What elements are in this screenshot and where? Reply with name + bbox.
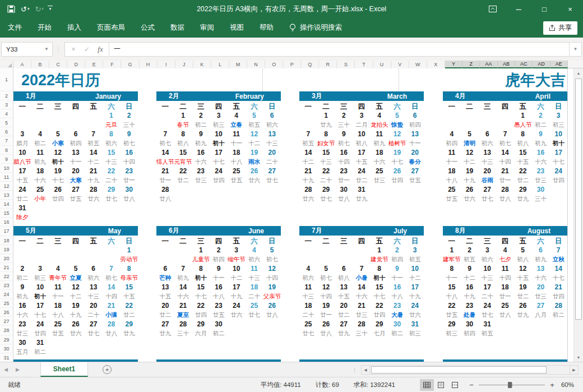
calendar-lunar[interactable]: 廿四 bbox=[549, 292, 567, 302]
weekday-header[interactable]: 一 bbox=[13, 236, 31, 246]
calendar-lunar[interactable] bbox=[461, 121, 479, 130]
calendar-day[interactable]: 2 bbox=[192, 111, 210, 121]
row-header-11[interactable]: 11 bbox=[0, 173, 13, 182]
weekday-header[interactable]: 二 bbox=[317, 101, 335, 111]
calendar-lunar[interactable]: 廿五 bbox=[443, 195, 461, 204]
calendar-day[interactable]: 25 bbox=[371, 167, 388, 176]
row-header-12[interactable]: 12 bbox=[0, 182, 13, 191]
column-header-X[interactable]: X bbox=[427, 61, 445, 68]
calendar-lunar[interactable]: 龙抬头 bbox=[371, 121, 388, 130]
weekday-header[interactable]: 六 bbox=[246, 236, 263, 246]
weekday-header[interactable]: 二 bbox=[31, 101, 49, 111]
calendar-day[interactable] bbox=[85, 204, 103, 213]
calendar-day[interactable]: 14 bbox=[496, 148, 514, 158]
calendar-lunar[interactable]: 廿八 bbox=[496, 311, 514, 320]
weekday-header[interactable]: 五 bbox=[514, 236, 532, 246]
calendar-lunar[interactable]: 廿九 bbox=[514, 311, 532, 320]
calendar-day[interactable]: 27 bbox=[156, 320, 174, 329]
calendar-day[interactable]: 11 bbox=[31, 148, 49, 158]
ribbon-tab-视图[interactable]: 视图 bbox=[222, 18, 252, 38]
calendar-day[interactable] bbox=[496, 111, 514, 121]
calendar-lunar[interactable]: 初二 bbox=[31, 139, 49, 149]
calendar-lunar[interactable] bbox=[103, 348, 121, 357]
calendar-day[interactable]: 20 bbox=[478, 167, 496, 176]
column-header-L[interactable]: L bbox=[211, 61, 229, 68]
calendar-day[interactable]: 17 bbox=[13, 167, 31, 176]
weekday-header[interactable]: 日 bbox=[406, 101, 424, 111]
calendar-day[interactable]: 17 bbox=[31, 301, 49, 311]
calendar-day[interactable]: 14 bbox=[103, 283, 121, 292]
weekday-header[interactable]: 二 bbox=[174, 101, 192, 111]
weekday-header[interactable]: 四 bbox=[353, 101, 371, 111]
calendar-lunar[interactable]: 廿四 bbox=[388, 176, 406, 186]
calendar-day[interactable]: 7 bbox=[496, 130, 514, 139]
customize-qat-icon[interactable]: ▾ bbox=[48, 6, 53, 12]
calendar-day[interactable]: 8 bbox=[120, 264, 138, 274]
calendar-day[interactable]: 11 bbox=[443, 148, 461, 158]
row-header-4[interactable]: 4 bbox=[0, 109, 13, 118]
calendar-day[interactable]: 24 bbox=[478, 301, 496, 311]
column-header-O[interactable]: O bbox=[265, 61, 283, 68]
share-button[interactable]: 共享 bbox=[543, 21, 577, 35]
calendar-lunar[interactable]: 初十 bbox=[31, 292, 49, 302]
calendar-lunar[interactable]: 十四 bbox=[120, 158, 138, 167]
weekday-header[interactable]: 六 bbox=[246, 101, 263, 111]
column-header-J[interactable]: J bbox=[175, 61, 193, 68]
month-header[interactable]: 5月May bbox=[13, 226, 138, 236]
calendar-day[interactable]: 6 bbox=[85, 264, 103, 274]
calendar-lunar[interactable]: 十一 bbox=[443, 274, 461, 283]
calendar-lunar[interactable]: 廿四 bbox=[371, 311, 388, 320]
calendar-lunar[interactable]: 十九 bbox=[406, 292, 424, 302]
calendar-day[interactable]: 4 bbox=[496, 246, 514, 255]
calendar-lunar[interactable]: 十二 bbox=[299, 158, 317, 167]
calendar-lunar[interactable]: 初二 bbox=[31, 348, 49, 357]
calendar-lunar[interactable]: 廿六 bbox=[461, 195, 479, 204]
calendar-day[interactable]: 16 bbox=[192, 148, 210, 158]
column-header-P[interactable]: P bbox=[283, 61, 301, 68]
calendar-day[interactable]: 20 bbox=[532, 283, 550, 292]
calendar-day[interactable]: 9 bbox=[461, 264, 479, 274]
calendar-lunar[interactable]: 初九 bbox=[174, 274, 192, 283]
calendar-lunar[interactable]: 立秋 bbox=[549, 255, 567, 265]
calendar-lunar[interactable]: 十四 bbox=[335, 158, 353, 167]
month-header[interactable]: 6月June bbox=[156, 226, 281, 236]
calendar-lunar[interactable]: 初九 bbox=[13, 292, 31, 302]
calendar-day[interactable]: 8 bbox=[443, 264, 461, 274]
row-header-30[interactable]: 30 bbox=[0, 344, 13, 353]
calendar-lunar[interactable]: 廿六 bbox=[299, 195, 317, 204]
calendar-lunar[interactable] bbox=[228, 195, 246, 204]
row-header-17[interactable]: 17 bbox=[0, 227, 13, 236]
calendar-lunar[interactable]: 二十 bbox=[103, 176, 121, 186]
calendar-day[interactable]: 31 bbox=[353, 185, 371, 195]
calendar-day[interactable]: 12 bbox=[263, 264, 281, 274]
calendar-lunar[interactable]: 初八 bbox=[514, 255, 532, 265]
calendar-lunar[interactable]: 初三 bbox=[549, 121, 567, 130]
calendar-lunar[interactable]: 初九 bbox=[371, 139, 388, 149]
calendar-lunar[interactable]: 廿三 bbox=[532, 292, 550, 302]
calendar-lunar[interactable]: 初二 bbox=[388, 329, 406, 339]
calendar-day[interactable] bbox=[549, 185, 567, 195]
calendar-day[interactable]: 8 bbox=[192, 264, 210, 274]
page-layout-view-icon[interactable] bbox=[434, 379, 448, 391]
calendar-lunar[interactable]: 廿七 bbox=[478, 311, 496, 320]
column-header-Y[interactable]: Y bbox=[445, 61, 462, 68]
redo-caret-icon[interactable]: ▾ bbox=[41, 7, 44, 11]
calendar-day[interactable] bbox=[192, 185, 210, 195]
calendar-lunar[interactable] bbox=[210, 195, 228, 204]
calendar-lunar[interactable]: 十二 bbox=[461, 274, 479, 283]
calendar-lunar[interactable]: 十六 bbox=[532, 274, 550, 283]
calendar-lunar[interactable] bbox=[532, 329, 550, 339]
calendar-day[interactable]: 7 bbox=[353, 264, 371, 274]
calendar-lunar[interactable]: 夏至 bbox=[174, 311, 192, 320]
calendar-day[interactable] bbox=[49, 338, 67, 348]
calendar-lunar[interactable]: 廿二 bbox=[514, 176, 532, 186]
sheet-nav-right-icon[interactable]: ▶ bbox=[12, 367, 24, 372]
calendar-lunar[interactable]: 十一 bbox=[49, 292, 67, 302]
calendar-lunar[interactable]: 十一 bbox=[210, 274, 228, 283]
calendar-lunar[interactable]: 芒种 bbox=[156, 274, 174, 283]
weekday-header[interactable]: 二 bbox=[174, 236, 192, 246]
calendar-lunar[interactable]: 廿八 bbox=[496, 195, 514, 204]
weekday-header[interactable]: 一 bbox=[443, 236, 461, 246]
calendar-lunar[interactable] bbox=[13, 121, 31, 130]
row-header-29[interactable]: 29 bbox=[0, 335, 13, 344]
